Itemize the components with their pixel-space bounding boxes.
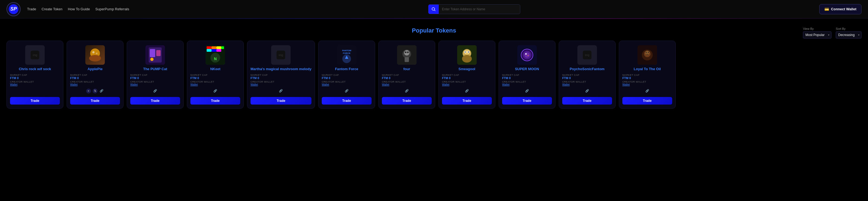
trade-button[interactable]: Trade (190, 97, 240, 105)
token-stats: Market Cap FTM 0 Creator Wallet Wallet (130, 74, 180, 86)
trade-button[interactable]: Trade (382, 97, 432, 105)
svg-rect-10 (150, 49, 155, 57)
token-image (146, 45, 165, 65)
svg-text:img: img (585, 54, 589, 57)
popular-title: Popular Tokens (412, 27, 456, 34)
svg-point-49 (528, 55, 529, 56)
creator-wallet-value[interactable]: Wallet (442, 83, 491, 86)
trade-button[interactable]: Trade (562, 97, 612, 105)
token-name: SUPER MOON (515, 67, 539, 71)
x-icon[interactable]: 𝕏 (93, 89, 97, 93)
view-by-select[interactable]: Most Popular Newest Trending (803, 31, 831, 38)
market-cap-value: FTM 0 (10, 77, 60, 80)
svg-point-12 (150, 58, 154, 61)
token-stats: Market Cap FTM 0 Creator Wallet Wallet (562, 74, 612, 86)
creator-wallet-value[interactable]: Wallet (322, 83, 371, 86)
token-name: Martha's magical mushroom melody (250, 67, 311, 71)
link-icon[interactable]: 🔗 (99, 89, 104, 93)
trade-button[interactable]: Trade (250, 97, 311, 105)
trade-button[interactable]: Trade (442, 97, 492, 105)
link-icon[interactable]: 🔗 (585, 89, 590, 93)
connect-wallet-button[interactable]: 💳 Connect Wallet (819, 4, 862, 15)
creator-wallet-value[interactable]: Wallet (250, 83, 299, 86)
svg-rect-18 (207, 49, 212, 52)
token-image-broken: img (25, 45, 45, 65)
nav-trade[interactable]: Trade (27, 7, 36, 11)
svg-text:img: img (33, 54, 37, 57)
nav-superpump-referrals[interactable]: SuperPump Referrals (95, 7, 129, 11)
market-cap-row: Market Cap FTM 0 (382, 74, 432, 80)
token-socials: ✈𝕏🔗 (86, 88, 104, 94)
token-card: ApplePie Market Cap FTM 0 Creator Wallet… (67, 40, 124, 109)
creator-wallet-label: Creator Wallet (442, 81, 492, 83)
svg-point-48 (525, 53, 527, 55)
token-stats: Market Cap FTM 0 Creator Wallet Wallet (622, 74, 672, 86)
svg-rect-19 (212, 49, 216, 52)
nav-create-token[interactable]: Create Token (41, 7, 62, 11)
search-wrapper (428, 4, 520, 14)
link-icon[interactable]: 🔗 (404, 89, 409, 93)
svg-point-47 (524, 52, 530, 58)
link-icon[interactable]: 🔗 (213, 89, 218, 93)
token-card: img PsychoSonicFantom Market Cap FTM 0 C… (559, 40, 616, 109)
creator-wallet-value[interactable]: Wallet (130, 83, 179, 86)
navbar: SP Trade Create Token How To Guide Super… (0, 0, 868, 19)
link-icon[interactable]: 🔗 (525, 89, 529, 93)
trade-button[interactable]: Trade (322, 97, 372, 105)
trade-button[interactable]: Trade (130, 97, 180, 105)
market-cap-row: Market Cap FTM 0 (130, 74, 180, 80)
link-icon[interactable]: 🔗 (464, 89, 469, 93)
search-bar (134, 4, 814, 14)
creator-wallet-row: Creator Wallet Wallet (382, 81, 432, 86)
token-card: N NKeet Market Cap FTM 0 Creator Wallet … (187, 40, 244, 109)
creator-wallet-value[interactable]: Wallet (502, 83, 551, 86)
creator-wallet-value[interactable]: Wallet (562, 83, 611, 86)
token-name: four (403, 67, 410, 71)
market-cap-row: Market Cap FTM 0 (70, 74, 120, 80)
tokens-grid: img Chris rock wif sock Market Cap FTM 0… (6, 40, 862, 111)
creator-wallet-label: Creator Wallet (130, 81, 180, 83)
market-cap-value: FTM 0 (322, 77, 372, 80)
market-cap-row: Market Cap FTM 0 (250, 74, 311, 80)
token-card: Smeagool Market Cap FTM 0 Creator Wallet… (438, 40, 495, 109)
link-icon[interactable]: 🔗 (344, 89, 349, 93)
logo[interactable]: SP (6, 2, 21, 16)
token-image: N (206, 45, 225, 65)
trade-button[interactable]: Trade (70, 97, 120, 105)
market-cap-row: Market Cap FTM 0 (322, 74, 372, 80)
trade-button[interactable]: Trade (10, 97, 60, 105)
token-image (85, 45, 105, 65)
creator-wallet-value[interactable]: Wallet (10, 83, 59, 86)
token-socials: 🔗 (585, 88, 590, 94)
creator-wallet-value[interactable]: Wallet (382, 83, 431, 86)
sort-by-select[interactable]: Decreasing Increasing (836, 31, 862, 38)
token-image (517, 45, 537, 65)
view-by-select-wrapper: Most Popular Newest Trending (803, 31, 831, 38)
nav-how-to-guide[interactable]: How To Guide (68, 7, 90, 11)
view-by-group: View By Most Popular Newest Trending (803, 27, 831, 38)
creator-wallet-value[interactable]: Wallet (190, 83, 239, 86)
search-button[interactable] (429, 5, 439, 14)
token-card: SUPER MOON Market Cap FTM 0 Creator Wall… (499, 40, 555, 109)
creator-wallet-value[interactable]: Wallet (622, 83, 671, 86)
market-cap-value: FTM 0 (382, 77, 432, 80)
trade-button[interactable]: Trade (502, 97, 552, 105)
wallet-icon: 💳 (825, 7, 829, 11)
creator-wallet-row: Creator Wallet Wallet (250, 81, 311, 86)
trade-button[interactable]: Trade (622, 97, 672, 105)
market-cap-row: Market Cap FTM 0 (10, 74, 60, 80)
creator-wallet-value[interactable]: Wallet (70, 83, 119, 86)
creator-wallet-label: Creator Wallet (502, 81, 552, 83)
market-cap-label: Market Cap (562, 74, 612, 77)
svg-point-7 (96, 53, 97, 54)
link-icon[interactable]: 🔗 (153, 89, 158, 93)
creator-wallet-row: Creator Wallet Wallet (622, 81, 672, 86)
svg-rect-11 (156, 50, 161, 56)
creator-wallet-row: Creator Wallet Wallet (502, 81, 552, 86)
connect-wallet-label: Connect Wallet (831, 7, 856, 11)
search-input[interactable] (439, 5, 515, 14)
link-icon[interactable]: 🔗 (278, 89, 283, 93)
link-icon[interactable]: 🔗 (645, 89, 650, 93)
market-cap-label: Market Cap (250, 74, 311, 77)
telegram-icon[interactable]: ✈ (86, 89, 91, 93)
